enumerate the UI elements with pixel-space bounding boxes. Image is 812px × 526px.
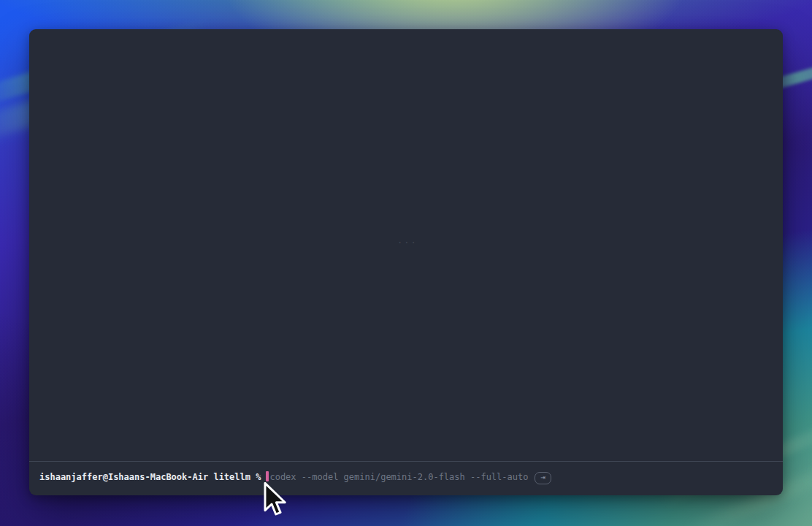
autosuggestion-text: codex --model gemini/gemini-2.0-flash --… xyxy=(269,472,528,482)
text-cursor xyxy=(266,471,269,481)
tab-accept-hint[interactable]: ⇥ xyxy=(535,472,551,484)
terminal-divider xyxy=(29,461,783,462)
shell-prompt: ishaanjaffer@Ishaans-MacBook-Air litellm… xyxy=(39,472,261,482)
mouse-pointer-icon xyxy=(264,482,287,517)
terminal-window[interactable]: ... ishaanjaffer@Ishaans-MacBook-Air lit… xyxy=(29,29,783,495)
terminal-prompt-line[interactable]: ishaanjaffer@Ishaans-MacBook-Air litellm… xyxy=(39,471,775,484)
terminal-ellipsis: ... xyxy=(397,235,418,245)
